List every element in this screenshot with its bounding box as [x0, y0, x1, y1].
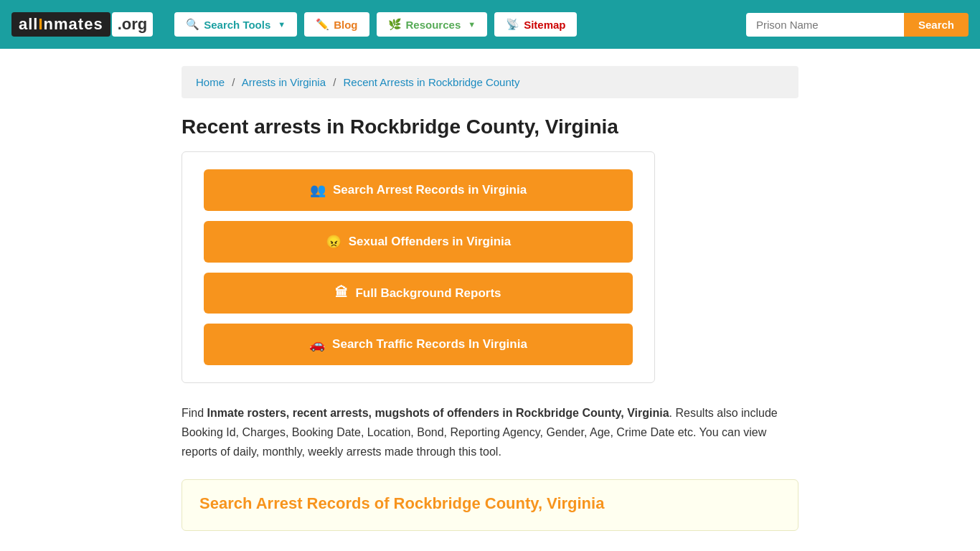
breadcrumb-current: Recent Arrests in Rockbridge County: [344, 76, 520, 88]
navbar: allInmates .org 🔍 Search Tools ▼ ✏️ Blog…: [0, 0, 980, 49]
arrest-records-icon: 👥: [310, 182, 326, 198]
logo-text: allInmates: [11, 12, 110, 37]
sexual-offenders-label: Sexual Offenders in Virginia: [349, 235, 511, 249]
resources-icon: 🌿: [388, 18, 402, 31]
search-tools-icon: 🔍: [186, 18, 199, 31]
blog-label: Blog: [334, 19, 357, 31]
description-prefix: Find: [182, 407, 207, 419]
breadcrumb-arrests[interactable]: Arrests in Virginia: [242, 76, 326, 88]
search-tools-button[interactable]: 🔍 Search Tools ▼: [174, 12, 297, 37]
traffic-records-button[interactable]: 🚗 Search Traffic Records In Virginia: [204, 324, 633, 365]
traffic-records-label: Search Traffic Records In Virginia: [332, 337, 527, 352]
breadcrumb-sep-1: /: [232, 76, 235, 88]
sitemap-icon: 📡: [506, 18, 519, 31]
search-tools-caret-icon: ▼: [278, 20, 286, 29]
search-tools-label: Search Tools: [204, 19, 270, 31]
navbar-search-label: Search: [918, 19, 954, 31]
resources-label: Resources: [406, 19, 461, 31]
navbar-search: Search: [746, 13, 969, 37]
blog-icon: ✏️: [316, 18, 329, 31]
main-content: Home / Arrests in Virginia / Recent Arre…: [167, 66, 813, 531]
search-section: Search Arrest Records of Rockbridge Coun…: [182, 479, 798, 531]
description-bold: Inmate rosters, recent arrests, mugshots…: [207, 407, 669, 419]
resources-caret-icon: ▼: [468, 20, 476, 29]
page-title: Recent arrests in Rockbridge County, Vir…: [182, 116, 798, 138]
navbar-search-button[interactable]: Search: [904, 13, 969, 37]
background-reports-button[interactable]: 🏛 Full Background Reports: [204, 273, 633, 314]
sexual-offenders-button[interactable]: 😠 Sexual Offenders in Virginia: [204, 221, 633, 263]
sitemap-button[interactable]: 📡 Sitemap: [494, 12, 577, 37]
logo-org: .org: [112, 12, 154, 37]
search-arrest-records-button[interactable]: 👥 Search Arrest Records in Virginia: [204, 169, 633, 211]
sitemap-label: Sitemap: [524, 19, 565, 31]
page-description: Find Inmate rosters, recent arrests, mug…: [182, 403, 798, 462]
breadcrumb-sep-2: /: [333, 76, 336, 88]
arrest-records-label: Search Arrest Records in Virginia: [333, 183, 527, 197]
logo[interactable]: allInmates .org: [11, 12, 153, 37]
background-reports-icon: 🏛: [335, 286, 348, 301]
traffic-records-icon: 🚗: [309, 336, 325, 352]
breadcrumb-home[interactable]: Home: [196, 76, 225, 88]
resources-button[interactable]: 🌿 Resources ▼: [377, 12, 488, 37]
breadcrumb: Home / Arrests in Virginia / Recent Arre…: [182, 66, 798, 98]
prison-name-input[interactable]: [746, 13, 904, 37]
blog-button[interactable]: ✏️ Blog: [304, 12, 369, 37]
background-reports-label: Full Background Reports: [355, 286, 501, 301]
action-buttons-box: 👥 Search Arrest Records in Virginia 😠 Se…: [182, 151, 655, 383]
sexual-offenders-icon: 😠: [326, 234, 341, 250]
search-section-title: Search Arrest Records of Rockbridge Coun…: [199, 494, 781, 513]
